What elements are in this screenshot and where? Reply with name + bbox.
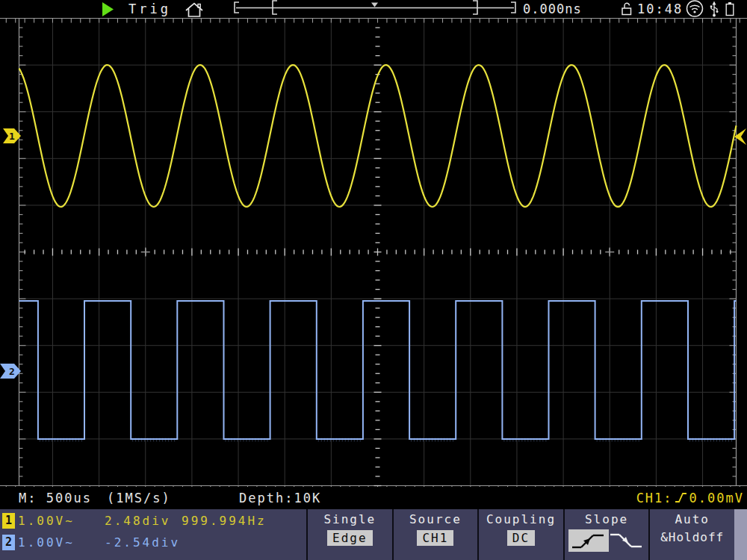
trigger-source-label: CH1: — [636, 487, 673, 509]
oscilloscope-screen: Trig 0.000ns 10:48 — [0, 0, 747, 560]
menu-item-coupling[interactable]: Coupling DC — [477, 509, 563, 560]
sample-rate-readout: (1MS/s) — [107, 487, 171, 509]
menu-label: Slope — [585, 512, 628, 526]
menu-label: Source — [409, 512, 462, 526]
unlock-icon[interactable] — [621, 1, 633, 16]
waveform-display: 12 — [0, 18, 747, 491]
trigger-level-readout: CH1: 0.00mV — [636, 487, 744, 509]
rising-slope-option[interactable] — [568, 529, 609, 552]
menu-value-dc[interactable]: DC — [507, 530, 535, 546]
home-icon[interactable] — [184, 1, 205, 18]
bottom-menu-bar: 1 1.00V~ 2.48div 999.994Hz 2 1.00V~ -2.5… — [0, 509, 747, 560]
acquisition-status-bar: M: 500us (1MS/s) Depth:10K CH1: 0.00mV — [0, 487, 747, 509]
ch2-position-readout: -2.54div — [105, 535, 180, 550]
falling-slope-icon[interactable] — [609, 531, 645, 553]
svg-text:2: 2 — [9, 366, 15, 377]
wifi-icon[interactable] — [685, 0, 705, 18]
trigger-status-label: Trig — [128, 1, 171, 16]
menu-label: Single — [323, 512, 376, 526]
ch1-trace — [19, 65, 737, 207]
channel-info-panel: 1 1.00V~ 2.48div 999.994Hz 2 1.00V~ -2.5… — [0, 509, 306, 560]
top-status-bar: Trig 0.000ns 10:48 — [0, 0, 747, 18]
ch1-badge[interactable]: 1 — [2, 513, 15, 529]
menu-item-slope[interactable]: Slope — [563, 509, 649, 560]
menu-edge-band — [734, 509, 747, 560]
menu-label: Auto — [675, 512, 710, 526]
ch2-trace — [19, 301, 737, 439]
ch1-frequency-readout: 999.994Hz — [182, 514, 267, 528]
menu-label: Coupling — [486, 512, 556, 526]
trigger-level-value: 0.00mV — [689, 487, 744, 509]
svg-text:1: 1 — [9, 131, 15, 142]
ch1-scale-readout: 1.00V~ — [18, 514, 75, 528]
ch1-position-readout: 2.48div — [105, 514, 170, 528]
rising-edge-icon — [675, 491, 688, 505]
usb-icon — [708, 1, 720, 17]
rising-slope-icon — [571, 531, 607, 550]
battery-icon — [725, 1, 735, 16]
ch1-info-row: 1 1.00V~ 2.48div 999.994Hz — [0, 513, 306, 529]
menu-value-holdoff: &Holdoff — [660, 530, 724, 544]
menu-item-source[interactable]: Source CH1 — [392, 509, 478, 560]
ch2-info-row: 2 1.00V~ -2.54div — [0, 535, 306, 551]
timebase-readout: M: 500us — [19, 487, 92, 509]
menu-value-ch1[interactable]: CH1 — [417, 530, 453, 546]
clock: 10:48 — [637, 1, 683, 16]
run-play-icon — [102, 2, 114, 16]
slope-options — [568, 529, 645, 553]
menu-item-single[interactable]: Single Edge — [306, 509, 392, 560]
trigger-position-indicator — [224, 0, 523, 18]
softkey-menu: Single Edge Source CH1 Coupling DC Slope — [306, 509, 734, 560]
trigger-point-marker — [371, 3, 378, 7]
ch2-scale-readout: 1.00V~ — [18, 535, 75, 550]
depth-readout: Depth:10K — [239, 487, 321, 509]
horizontal-offset-readout: 0.000ns — [523, 1, 582, 16]
ch2-badge[interactable]: 2 — [2, 535, 15, 550]
menu-value-edge[interactable]: Edge — [327, 530, 373, 546]
menu-item-auto-holdoff[interactable]: Auto &Holdoff — [648, 509, 734, 560]
